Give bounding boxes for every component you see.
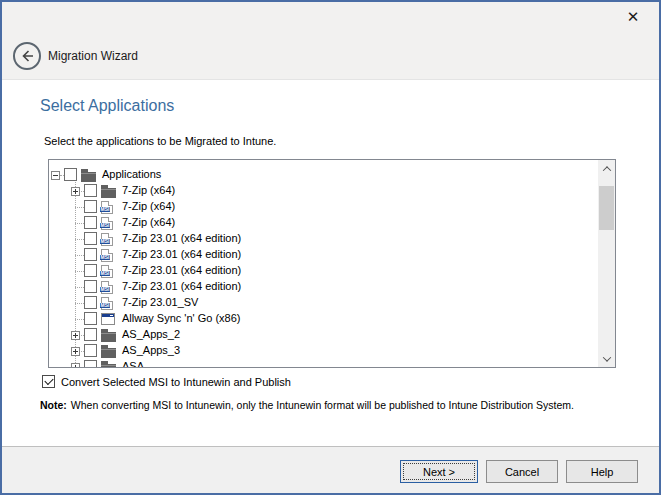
expand-icon[interactable] <box>71 187 80 196</box>
tree-item-label[interactable]: AS_Apps_3 <box>122 344 180 356</box>
tree-item-label[interactable]: 7-Zip (x64) <box>122 216 175 228</box>
tree-item-label[interactable]: 7-Zip (x64) <box>122 184 175 196</box>
msi-package-icon: MSI <box>101 297 113 310</box>
tree-row[interactable]: MSI7-Zip 23.01 (x64 edition) <box>49 231 598 247</box>
tree-connector-stub <box>75 271 84 273</box>
tree-item-label[interactable]: 7-Zip 23.01 (x64 edition) <box>122 280 241 292</box>
folder-icon <box>101 345 116 358</box>
tree-item-checkbox[interactable] <box>84 184 97 197</box>
tree-item-checkbox[interactable] <box>84 280 97 293</box>
note-row: Note:When converting MSI to Intunewin, o… <box>40 399 640 411</box>
tree-item-label[interactable]: 7-Zip (x64) <box>122 200 175 212</box>
tree-item-checkbox[interactable] <box>64 168 77 181</box>
tree-connector-stub <box>75 207 84 209</box>
expand-icon[interactable] <box>71 363 80 367</box>
scrollbar-thumb[interactable] <box>599 186 614 230</box>
button-bar: Next >CancelHelp <box>2 446 659 493</box>
cancel-button[interactable]: Cancel <box>486 460 558 483</box>
tree-item-label[interactable]: 7-Zip 23.01 (x64 edition) <box>122 264 241 276</box>
tree-item-label[interactable]: ASA <box>122 360 144 367</box>
msi-package-icon: MSI <box>101 201 113 214</box>
msi-package-icon: MSI <box>101 281 113 294</box>
convert-msi-checkbox[interactable] <box>42 375 55 388</box>
msi-package-icon: MSI <box>101 249 113 262</box>
tree-item-checkbox[interactable] <box>84 296 97 309</box>
wizard-header: Migration Wizard <box>2 30 659 80</box>
convert-msi-label[interactable]: Convert Selected MSI to Intunewin and Pu… <box>61 376 291 388</box>
folder-icon <box>101 361 116 367</box>
expand-icon[interactable] <box>71 331 80 340</box>
back-arrow-icon <box>20 49 34 63</box>
msi-package-icon: MSI <box>101 233 113 246</box>
scrollbar-down-button[interactable] <box>598 350 615 367</box>
tree-row[interactable]: AS_Apps_3 <box>49 343 598 359</box>
tree-item-label[interactable]: Applications <box>102 168 161 180</box>
note-text: When converting MSI to Intunewin, only t… <box>71 399 574 411</box>
tree-item-checkbox[interactable] <box>84 264 97 277</box>
tree-connector-stub <box>75 223 84 225</box>
tree-item-checkbox[interactable] <box>84 248 97 261</box>
tree-scrollbar[interactable] <box>598 160 615 367</box>
tree-row[interactable]: MSI7-Zip (x64) <box>49 199 598 215</box>
instruction-text: Select the applications to be Migrated t… <box>44 135 276 147</box>
tree-item-checkbox[interactable] <box>84 232 97 245</box>
applications-tree[interactable]: Applications7-Zip (x64)MSI7-Zip (x64)MSI… <box>48 159 616 368</box>
next-button[interactable]: Next > <box>400 460 478 483</box>
scroll-up-icon <box>602 166 610 174</box>
tree-item-checkbox[interactable] <box>84 328 97 341</box>
msi-package-icon: MSI <box>101 265 113 278</box>
checkmark-icon <box>44 376 53 385</box>
collapse-icon[interactable] <box>51 171 60 180</box>
close-icon: ✕ <box>627 8 640 26</box>
tree-item-label[interactable]: 7-Zip 23.01_SV <box>122 296 198 308</box>
folder-icon <box>101 329 116 342</box>
convert-option-row: Convert Selected MSI to Intunewin and Pu… <box>42 375 291 388</box>
tree-viewport: Applications7-Zip (x64)MSI7-Zip (x64)MSI… <box>49 160 598 367</box>
wizard-title: Migration Wizard <box>48 49 138 63</box>
content-area: Select Applications Select the applicati… <box>2 80 659 449</box>
tree-row[interactable]: Allway Sync 'n' Go (x86) <box>49 311 598 327</box>
tree-item-checkbox[interactable] <box>84 344 97 357</box>
back-button[interactable] <box>13 42 41 70</box>
tree-row[interactable]: MSI7-Zip 23.01 (x64 edition) <box>49 279 598 295</box>
tree-connector-stub <box>75 287 84 289</box>
tree-item-checkbox[interactable] <box>84 360 97 367</box>
tree-row[interactable]: Applications <box>49 167 598 183</box>
app-window-icon <box>101 313 115 325</box>
tree-row[interactable]: MSI7-Zip 23.01 (x64 edition) <box>49 247 598 263</box>
tree-connector-stub <box>75 303 84 305</box>
tree-row[interactable]: 7-Zip (x64) <box>49 183 598 199</box>
tree-item-checkbox[interactable] <box>84 200 97 213</box>
close-button[interactable]: ✕ <box>617 5 649 28</box>
tree-item-checkbox[interactable] <box>84 216 97 229</box>
tree-connector-stub <box>75 255 84 257</box>
tree-connector-stub <box>75 239 84 241</box>
title-bar: ✕ <box>2 2 659 30</box>
scroll-down-icon <box>602 353 610 361</box>
folder-icon <box>101 185 116 198</box>
tree-row[interactable]: ASA <box>49 359 598 367</box>
page-title: Select Applications <box>40 97 174 115</box>
expand-icon[interactable] <box>71 347 80 356</box>
tree-item-checkbox[interactable] <box>84 312 97 325</box>
tree-row[interactable]: MSI7-Zip (x64) <box>49 215 598 231</box>
tree-item-label[interactable]: 7-Zip 23.01 (x64 edition) <box>122 232 241 244</box>
note-label: Note: <box>40 399 67 411</box>
tree-item-label[interactable]: 7-Zip 23.01 (x64 edition) <box>122 248 241 260</box>
tree-row[interactable]: MSI7-Zip 23.01_SV <box>49 295 598 311</box>
msi-package-icon: MSI <box>101 217 113 230</box>
scrollbar-up-button[interactable] <box>598 160 615 177</box>
tree-row[interactable]: MSI7-Zip 23.01 (x64 edition) <box>49 263 598 279</box>
tree-connector-stub <box>75 319 84 321</box>
tree-row[interactable]: AS_Apps_2 <box>49 327 598 343</box>
migration-wizard-window: ✕ Migration Wizard Select Applications S… <box>0 0 661 495</box>
folder-icon <box>81 169 96 182</box>
help-button[interactable]: Help <box>566 460 638 483</box>
tree-item-label[interactable]: AS_Apps_2 <box>122 328 180 340</box>
tree-item-label[interactable]: Allway Sync 'n' Go (x86) <box>122 312 241 324</box>
